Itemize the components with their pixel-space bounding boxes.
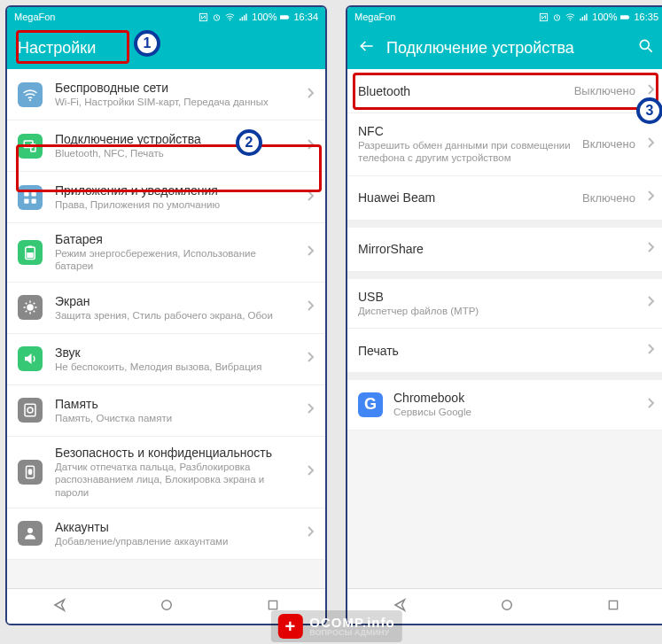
status-icons: 100% 16:35 — [539, 12, 658, 22]
svg-point-5 — [29, 98, 31, 100]
chevron-right-icon — [306, 244, 315, 260]
status-icons: 100% 16:34 — [199, 12, 318, 22]
security-icon — [18, 460, 43, 485]
watermark-sub: ВОПРОСЫ АДМИНУ — [309, 629, 394, 637]
connection-item[interactable]: MirrorShare — [347, 228, 662, 272]
nav-home[interactable] — [159, 597, 175, 617]
connection-item[interactable]: Huawei BeamВключено — [347, 176, 662, 221]
item-subtitle: Режим энергосбережения, Использование ба… — [55, 247, 293, 273]
item-subtitle: Память, Очистка памяти — [55, 412, 293, 424]
chevron-right-icon — [306, 402, 315, 418]
item-subtitle: Bluetooth, NFC, Печать — [55, 147, 293, 159]
item-title: Приложения и уведомления — [55, 183, 293, 198]
item-title: Память — [55, 397, 293, 411]
item-subtitle: Защита зрения, Стиль рабочего экрана, Об… — [55, 309, 293, 322]
svg-rect-9 — [32, 191, 36, 196]
alarm-icon — [212, 12, 222, 22]
item-title: Аккаунты — [55, 520, 293, 534]
chevron-right-icon — [646, 241, 655, 257]
chevron-right-icon — [646, 343, 655, 359]
item-title: Chromebook — [393, 391, 635, 405]
connection-list[interactable]: BluetoothВыключеноNFCРазрешить обмен дан… — [347, 69, 662, 588]
chevron-right-icon — [306, 190, 315, 206]
svg-rect-25 — [620, 15, 628, 19]
settings-list[interactable]: Беспроводные сетиWi-Fi, Настройки SIM-ка… — [7, 69, 325, 588]
svg-rect-13 — [28, 245, 33, 247]
page-title: Настройки — [18, 39, 315, 58]
settings-item-security[interactable]: Безопасность и конфиденциальностьДатчик … — [7, 437, 325, 508]
carrier-label: MegaFon — [354, 12, 395, 22]
settings-item-wifi[interactable]: Беспроводные сетиWi-Fi, Настройки SIM-ка… — [7, 69, 325, 120]
settings-item-display[interactable]: ЭкранЗащита зрения, Стиль рабочего экран… — [7, 283, 325, 334]
chevron-right-icon — [646, 83, 655, 99]
item-value: Включено — [582, 137, 635, 151]
accounts-icon — [18, 521, 43, 546]
nav-recent[interactable] — [606, 598, 620, 616]
svg-rect-4 — [289, 16, 290, 19]
svg-rect-16 — [25, 405, 35, 417]
svg-rect-10 — [24, 198, 28, 203]
nav-home[interactable] — [499, 597, 515, 617]
chevron-right-icon — [306, 525, 315, 541]
svg-rect-3 — [280, 15, 288, 19]
settings-item-storage[interactable]: ПамятьПамять, Очистка памяти — [7, 385, 325, 437]
nfc-icon — [539, 12, 549, 22]
svg-point-27 — [640, 40, 649, 49]
alarm-icon — [552, 12, 562, 22]
page-title: Подключение устройства — [386, 39, 627, 58]
carrier-label: MegaFon — [14, 12, 55, 22]
svg-point-15 — [27, 305, 34, 312]
signal-icon — [579, 12, 588, 22]
clock-label: 16:34 — [293, 12, 318, 22]
wifi-icon — [225, 12, 235, 22]
connection-item[interactable]: GChromebookСервисы Google — [347, 380, 662, 430]
item-title: Экран — [55, 294, 293, 308]
item-subtitle: Диспетчер файлов (MTP) — [358, 305, 635, 317]
svg-rect-21 — [269, 601, 276, 609]
item-title: Батарея — [55, 232, 293, 246]
svg-point-19 — [27, 528, 33, 533]
status-bar: MegaFon 100% 16:34 — [7, 7, 325, 27]
item-title: MirrorShare — [358, 242, 635, 256]
search-button[interactable] — [637, 37, 655, 58]
chevron-right-icon — [306, 138, 315, 154]
svg-rect-14 — [27, 252, 34, 258]
chevron-right-icon — [306, 464, 315, 480]
nav-back[interactable] — [52, 597, 68, 617]
svg-rect-8 — [24, 191, 28, 196]
signal-icon — [238, 12, 248, 22]
app-bar: Подключение устройства — [347, 27, 662, 69]
connection-item[interactable]: Печать — [347, 329, 662, 373]
settings-item-apps[interactable]: Приложения и уведомленияПрава, Приложени… — [7, 172, 325, 223]
connection-item[interactable]: BluetoothВыключено — [347, 69, 662, 113]
chevron-right-icon — [646, 190, 655, 206]
wifi-icon — [565, 12, 575, 22]
item-subtitle: Wi-Fi, Настройки SIM-карт, Передача данн… — [55, 96, 293, 108]
item-subtitle: Не беспокоить, Мелодия вызова, Вибрация — [55, 361, 293, 373]
svg-rect-26 — [629, 16, 630, 19]
item-title: Bluetooth — [358, 84, 564, 98]
connection-item[interactable]: NFCРазрешить обмен данными при совмещени… — [347, 113, 662, 176]
item-title: Безопасность и конфиденциальность — [55, 446, 293, 460]
google-icon: G — [358, 392, 383, 417]
apps-icon — [18, 185, 43, 210]
item-value: Включено — [582, 191, 635, 205]
battery-icon — [280, 12, 290, 22]
settings-item-accounts[interactable]: АккаунтыДобавление/управление аккаунтами — [7, 508, 325, 560]
settings-item-devcon[interactable]: Подключение устройстваBluetooth, NFC, Пе… — [7, 120, 325, 172]
item-title: Подключение устройства — [55, 132, 293, 146]
nfc-icon — [199, 12, 208, 22]
display-icon — [18, 295, 43, 320]
back-button[interactable] — [358, 37, 376, 58]
svg-rect-29 — [609, 601, 617, 609]
item-value: Выключено — [574, 84, 635, 97]
item-title: NFC — [358, 124, 572, 138]
item-title: Huawei Beam — [358, 190, 572, 205]
settings-item-sound[interactable]: ЗвукНе беспокоить, Мелодия вызова, Вибра… — [7, 334, 325, 385]
watermark-main: OCOMP.info — [309, 616, 394, 629]
svg-rect-11 — [32, 198, 36, 203]
settings-item-battery[interactable]: БатареяРежим энергосбережения, Использов… — [7, 223, 325, 283]
connection-item[interactable]: USBДиспетчер файлов (MTP) — [347, 279, 662, 329]
watermark-icon: + — [277, 614, 302, 639]
battery-icon — [18, 240, 43, 265]
